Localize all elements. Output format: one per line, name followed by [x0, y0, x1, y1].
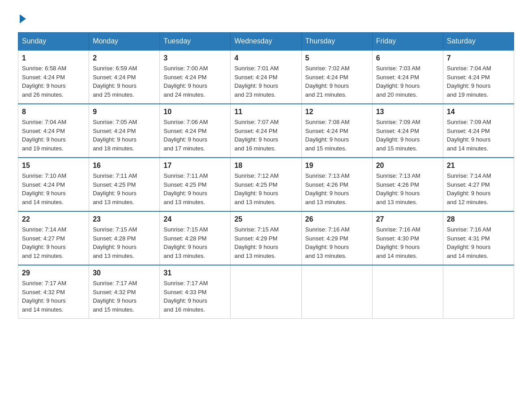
calendar-day-cell [301, 265, 372, 319]
day-number: 13 [376, 108, 439, 116]
day-info: Sunrise: 7:13 AMSunset: 4:26 PMDaylight:… [376, 171, 439, 206]
calendar-col-header-sunday: Sunday [18, 33, 89, 51]
calendar-week-row: 15Sunrise: 7:10 AMSunset: 4:24 PMDayligh… [18, 158, 514, 211]
day-info: Sunrise: 7:15 AMSunset: 4:28 PMDaylight:… [163, 225, 227, 260]
calendar-day-cell: 24Sunrise: 7:15 AMSunset: 4:28 PMDayligh… [160, 211, 231, 265]
calendar-day-cell: 26Sunrise: 7:16 AMSunset: 4:29 PMDayligh… [301, 211, 372, 265]
day-info: Sunrise: 7:03 AMSunset: 4:24 PMDaylight:… [376, 64, 439, 99]
day-number: 25 [234, 215, 297, 223]
calendar-col-header-thursday: Thursday [301, 33, 372, 51]
day-number: 6 [376, 54, 439, 62]
day-info: Sunrise: 7:10 AMSunset: 4:24 PMDaylight:… [22, 171, 85, 206]
day-info: Sunrise: 7:14 AMSunset: 4:27 PMDaylight:… [447, 171, 510, 206]
day-info: Sunrise: 7:15 AMSunset: 4:28 PMDaylight:… [93, 225, 156, 260]
day-number: 3 [163, 54, 227, 62]
day-number: 19 [305, 162, 369, 170]
calendar-day-cell: 1Sunrise: 6:58 AMSunset: 4:24 PMDaylight… [18, 50, 89, 104]
calendar-col-header-friday: Friday [372, 33, 443, 51]
calendar-day-cell [231, 265, 301, 319]
calendar-day-cell: 18Sunrise: 7:12 AMSunset: 4:25 PMDayligh… [231, 158, 301, 211]
day-number: 9 [93, 108, 156, 116]
calendar-day-cell [372, 265, 443, 319]
day-info: Sunrise: 7:16 AMSunset: 4:29 PMDaylight:… [305, 225, 369, 260]
calendar-day-cell: 21Sunrise: 7:14 AMSunset: 4:27 PMDayligh… [443, 158, 514, 211]
day-number: 23 [93, 215, 156, 223]
logo [18, 13, 26, 23]
day-number: 8 [22, 108, 85, 116]
calendar-col-header-monday: Monday [89, 33, 160, 51]
calendar-day-cell: 25Sunrise: 7:15 AMSunset: 4:29 PMDayligh… [231, 211, 301, 265]
day-info: Sunrise: 7:02 AMSunset: 4:24 PMDaylight:… [305, 64, 369, 99]
day-number: 20 [376, 162, 439, 170]
day-info: Sunrise: 6:59 AMSunset: 4:24 PMDaylight:… [93, 64, 156, 99]
calendar-day-cell: 4Sunrise: 7:01 AMSunset: 4:24 PMDaylight… [231, 50, 301, 104]
day-number: 12 [305, 108, 369, 116]
day-info: Sunrise: 7:17 AMSunset: 4:32 PMDaylight:… [22, 279, 85, 314]
calendar-day-cell: 13Sunrise: 7:09 AMSunset: 4:24 PMDayligh… [372, 104, 443, 158]
day-info: Sunrise: 7:16 AMSunset: 4:31 PMDaylight:… [447, 225, 510, 260]
calendar-week-row: 29Sunrise: 7:17 AMSunset: 4:32 PMDayligh… [18, 265, 514, 319]
calendar-day-cell: 14Sunrise: 7:09 AMSunset: 4:24 PMDayligh… [443, 104, 514, 158]
calendar-col-header-tuesday: Tuesday [160, 33, 231, 51]
day-info: Sunrise: 7:09 AMSunset: 4:24 PMDaylight:… [447, 118, 510, 153]
calendar-day-cell: 15Sunrise: 7:10 AMSunset: 4:24 PMDayligh… [18, 158, 89, 211]
day-info: Sunrise: 7:12 AMSunset: 4:25 PMDaylight:… [234, 171, 297, 206]
calendar-table: SundayMondayTuesdayWednesdayThursdayFrid… [18, 32, 514, 319]
calendar-header-row: SundayMondayTuesdayWednesdayThursdayFrid… [18, 33, 514, 51]
calendar-day-cell: 23Sunrise: 7:15 AMSunset: 4:28 PMDayligh… [89, 211, 160, 265]
calendar-col-header-saturday: Saturday [443, 33, 514, 51]
day-number: 27 [376, 215, 439, 223]
day-info: Sunrise: 7:17 AMSunset: 4:33 PMDaylight:… [163, 279, 227, 314]
calendar-day-cell: 17Sunrise: 7:11 AMSunset: 4:25 PMDayligh… [160, 158, 231, 211]
day-info: Sunrise: 7:14 AMSunset: 4:27 PMDaylight:… [22, 225, 85, 260]
day-info: Sunrise: 7:01 AMSunset: 4:24 PMDaylight:… [234, 64, 297, 99]
day-info: Sunrise: 7:17 AMSunset: 4:32 PMDaylight:… [93, 279, 156, 314]
calendar-day-cell [443, 265, 514, 319]
calendar-week-row: 22Sunrise: 7:14 AMSunset: 4:27 PMDayligh… [18, 211, 514, 265]
day-info: Sunrise: 7:00 AMSunset: 4:24 PMDaylight:… [163, 64, 227, 99]
day-number: 30 [93, 269, 156, 277]
calendar-day-cell: 28Sunrise: 7:16 AMSunset: 4:31 PMDayligh… [443, 211, 514, 265]
calendar-day-cell: 8Sunrise: 7:04 AMSunset: 4:24 PMDaylight… [18, 104, 89, 158]
day-number: 17 [163, 162, 227, 170]
day-number: 11 [234, 108, 297, 116]
day-info: Sunrise: 7:04 AMSunset: 4:24 PMDaylight:… [447, 64, 510, 99]
calendar-day-cell: 30Sunrise: 7:17 AMSunset: 4:32 PMDayligh… [89, 265, 160, 319]
day-number: 22 [22, 215, 85, 223]
day-info: Sunrise: 7:04 AMSunset: 4:24 PMDaylight:… [22, 118, 85, 153]
day-info: Sunrise: 6:58 AMSunset: 4:24 PMDaylight:… [22, 64, 85, 99]
day-number: 14 [447, 108, 510, 116]
day-number: 24 [163, 215, 227, 223]
calendar-day-cell: 7Sunrise: 7:04 AMSunset: 4:24 PMDaylight… [443, 50, 514, 104]
calendar-day-cell: 16Sunrise: 7:11 AMSunset: 4:25 PMDayligh… [89, 158, 160, 211]
calendar-day-cell: 9Sunrise: 7:05 AMSunset: 4:24 PMDaylight… [89, 104, 160, 158]
day-info: Sunrise: 7:07 AMSunset: 4:24 PMDaylight:… [234, 118, 297, 153]
day-number: 29 [22, 269, 85, 277]
day-number: 28 [447, 215, 510, 223]
day-info: Sunrise: 7:13 AMSunset: 4:26 PMDaylight:… [305, 171, 369, 206]
calendar-day-cell: 11Sunrise: 7:07 AMSunset: 4:24 PMDayligh… [231, 104, 301, 158]
calendar-week-row: 1Sunrise: 6:58 AMSunset: 4:24 PMDaylight… [18, 50, 514, 104]
day-number: 10 [163, 108, 227, 116]
calendar-day-cell: 5Sunrise: 7:02 AMSunset: 4:24 PMDaylight… [301, 50, 372, 104]
day-info: Sunrise: 7:06 AMSunset: 4:24 PMDaylight:… [163, 118, 227, 153]
day-number: 15 [22, 162, 85, 170]
calendar-day-cell: 19Sunrise: 7:13 AMSunset: 4:26 PMDayligh… [301, 158, 372, 211]
calendar-day-cell: 31Sunrise: 7:17 AMSunset: 4:33 PMDayligh… [160, 265, 231, 319]
day-info: Sunrise: 7:15 AMSunset: 4:29 PMDaylight:… [234, 225, 297, 260]
day-number: 2 [93, 54, 156, 62]
calendar-day-cell: 2Sunrise: 6:59 AMSunset: 4:24 PMDaylight… [89, 50, 160, 104]
day-info: Sunrise: 7:08 AMSunset: 4:24 PMDaylight:… [305, 118, 369, 153]
day-info: Sunrise: 7:09 AMSunset: 4:24 PMDaylight:… [376, 118, 439, 153]
page-header [18, 13, 514, 23]
calendar-day-cell: 6Sunrise: 7:03 AMSunset: 4:24 PMDaylight… [372, 50, 443, 104]
day-info: Sunrise: 7:16 AMSunset: 4:30 PMDaylight:… [376, 225, 439, 260]
day-number: 21 [447, 162, 510, 170]
day-number: 4 [234, 54, 297, 62]
calendar-col-header-wednesday: Wednesday [231, 33, 301, 51]
calendar-day-cell: 12Sunrise: 7:08 AMSunset: 4:24 PMDayligh… [301, 104, 372, 158]
day-number: 7 [447, 54, 510, 62]
calendar-day-cell: 29Sunrise: 7:17 AMSunset: 4:32 PMDayligh… [18, 265, 89, 319]
day-info: Sunrise: 7:11 AMSunset: 4:25 PMDaylight:… [163, 171, 227, 206]
day-number: 31 [163, 269, 227, 277]
